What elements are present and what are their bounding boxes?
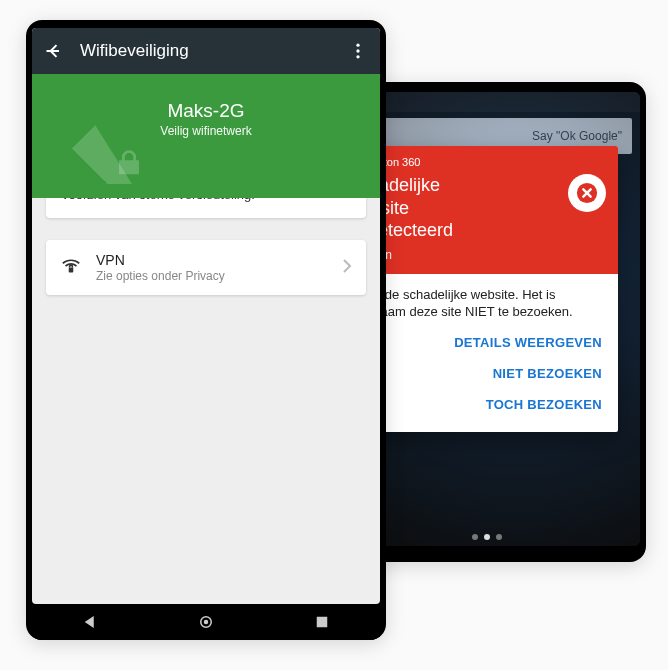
- warning-domain: tiktok.cn: [348, 248, 604, 262]
- vpn-wifi-lock-icon: [60, 255, 82, 281]
- svg-point-1: [356, 44, 359, 47]
- phone-front: Wifibeveiliging Maks-2G Veilig wifinetwe…: [26, 20, 386, 640]
- phone-front-screen: Wifibeveiliging Maks-2G Veilig wifinetwe…: [32, 28, 380, 604]
- nav-recents-icon[interactable]: [313, 613, 331, 631]
- app-bar: Wifibeveiliging: [32, 28, 380, 74]
- back-arrow-icon[interactable]: [44, 41, 64, 61]
- svg-point-6: [204, 620, 209, 625]
- network-status: Veilig wifinetwerk: [52, 124, 360, 138]
- vpn-card[interactable]: VPN Zie opties onder Privacy: [46, 240, 366, 295]
- vpn-texts: VPN Zie opties onder Privacy: [96, 252, 328, 283]
- svg-point-3: [356, 55, 359, 58]
- network-hero: Maks-2G Veilig wifinetwerk: [32, 74, 380, 198]
- svg-rect-7: [317, 617, 328, 628]
- vpn-title: VPN: [96, 252, 328, 268]
- appbar-title: Wifibeveiliging: [80, 41, 332, 61]
- svg-rect-4: [69, 268, 74, 273]
- close-button[interactable]: [568, 174, 606, 212]
- android-nav-bar: [32, 604, 380, 640]
- chevron-right-icon: [342, 258, 352, 278]
- warning-title: Schadelijke website gedetecteerd: [348, 174, 604, 242]
- network-name: Maks-2G: [52, 100, 360, 122]
- warning-app-row: Norton 360: [348, 156, 604, 168]
- lock-icon: [112, 146, 146, 180]
- overflow-menu-icon[interactable]: [348, 41, 368, 61]
- svg-point-2: [356, 49, 359, 52]
- vpn-subtitle: Zie opties onder Privacy: [96, 269, 328, 283]
- nav-back-icon[interactable]: [81, 613, 99, 631]
- nav-home-icon[interactable]: [197, 613, 215, 631]
- close-icon: [576, 182, 598, 204]
